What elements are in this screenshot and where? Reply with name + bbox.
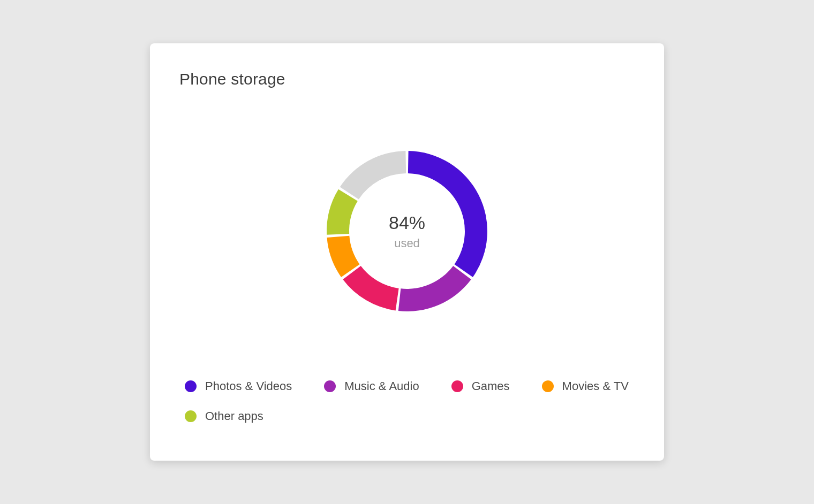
legend-swatch [185,410,197,422]
donut-slice [340,151,406,200]
legend-label: Games [472,379,510,393]
legend-item: Photos & Videos [185,379,292,393]
card-title: Phone storage [179,70,635,88]
legend-swatch [451,380,463,392]
storage-card: Phone storage 84% used Photos & VideosMu… [150,43,664,461]
donut-container: 84% used [321,146,493,317]
chart-area: 84% used [179,88,635,374]
donut-slice [398,266,471,311]
legend-item: Music & Audio [324,379,419,393]
legend-item: Other apps [185,409,263,423]
legend-swatch [542,380,554,392]
legend-item: Movies & TV [542,379,629,393]
legend-item: Games [451,379,510,393]
legend-label: Music & Audio [344,379,419,393]
donut-chart [321,146,493,317]
donut-slice [408,151,487,277]
legend-swatch [185,380,197,392]
legend-label: Movies & TV [562,379,629,393]
legend-label: Photos & Videos [205,379,292,393]
donut-slice [327,189,358,235]
donut-slice [343,266,398,310]
legend-swatch [324,380,336,392]
legend-label: Other apps [205,409,263,423]
legend: Photos & VideosMusic & AudioGamesMovies … [179,374,635,434]
